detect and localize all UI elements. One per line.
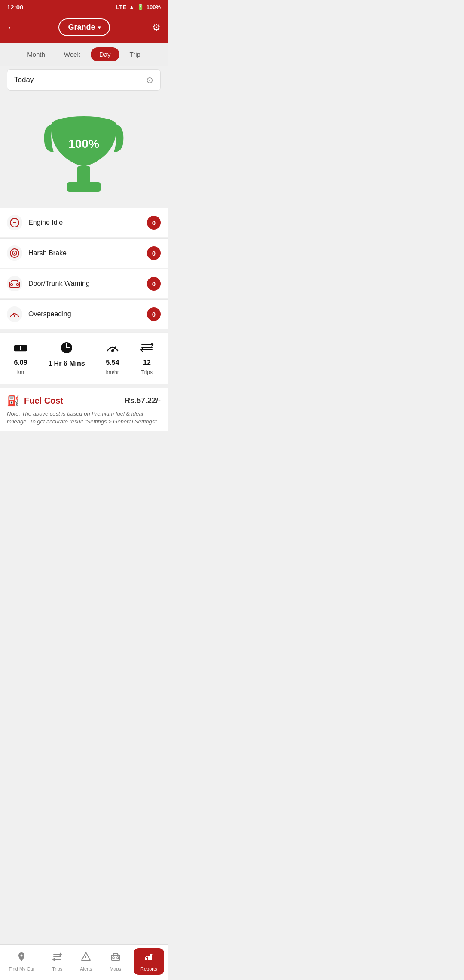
alert-overspeeding: Overspeeding 0 (0, 299, 168, 329)
trips-value: 12 (143, 359, 151, 367)
main-content: Month Week Day Trip Today ⊙ (0, 43, 168, 469)
door-trunk-badge: 0 (147, 277, 161, 291)
vehicle-selector[interactable]: Grande ▾ (58, 18, 110, 36)
svg-point-10 (17, 284, 19, 286)
alert-engine-idle: Engine Idle 0 (0, 208, 168, 237)
settings-button[interactable]: ⚙ (152, 22, 161, 33)
date-dropdown-icon: ⊙ (146, 75, 153, 85)
status-icons: LTE ▲ 🔋 100% (116, 4, 161, 10)
fuel-amount: Rs.57.22/- (125, 396, 161, 405)
fuel-title: Fuel Cost (24, 396, 63, 406)
trips-icon (140, 341, 154, 356)
svg-rect-12 (15, 346, 20, 351)
vehicle-name: Grande (68, 23, 95, 32)
back-button[interactable]: ← (7, 22, 16, 33)
duration-icon (60, 341, 73, 357)
engine-idle-icon (7, 215, 22, 230)
alerts-list: Engine Idle 0 Harsh Brake 0 (0, 208, 168, 329)
fuel-header: ⛽ Fuel Cost Rs.57.22/- (7, 395, 161, 407)
svg-point-7 (14, 253, 15, 254)
trophy-icon: 100% (41, 103, 127, 197)
trophy-container: 100% (41, 103, 127, 197)
tab-week[interactable]: Week (55, 47, 89, 61)
duration-value: 1 Hr 6 Mins (48, 360, 85, 368)
distance-value: 6.09 (14, 359, 27, 367)
fuel-cost-section: ⛽ Fuel Cost Rs.57.22/- Note: The above c… (0, 388, 168, 431)
signal-bars: ▲ (129, 4, 134, 10)
svg-point-9 (11, 284, 13, 286)
distance-unit: km (17, 369, 24, 375)
stats-row: 6.09 km 1 Hr 6 Mins (0, 332, 168, 384)
status-bar: 12:00 LTE ▲ 🔋 100% (0, 0, 168, 14)
tab-day[interactable]: Day (91, 47, 119, 61)
date-value: Today (14, 76, 34, 84)
header: ← Grande ▾ ⚙ (0, 14, 168, 43)
alert-door-trunk: Door/Trunk Warning 0 (0, 269, 168, 298)
overspeeding-icon (7, 306, 22, 322)
fuel-icon: ⛽ (7, 395, 20, 407)
battery-icon: 🔋 (137, 4, 144, 10)
tab-month[interactable]: Month (18, 47, 54, 61)
trips-unit: Trips (141, 369, 153, 375)
speed-unit: km/hr (106, 369, 119, 375)
date-selector[interactable]: Today ⊙ (7, 69, 161, 91)
harsh-brake-icon (7, 245, 22, 261)
harsh-brake-badge: 0 (147, 246, 161, 260)
score-section: 100% (0, 94, 168, 208)
svg-rect-2 (67, 182, 101, 192)
svg-text:100%: 100% (68, 137, 99, 150)
svg-rect-1 (77, 166, 90, 184)
door-trunk-label: Door/Trunk Warning (28, 280, 90, 288)
speed-value: 5.54 (106, 359, 119, 367)
tab-trip[interactable]: Trip (121, 47, 149, 61)
distance-icon (14, 341, 27, 356)
engine-idle-badge: 0 (147, 216, 161, 230)
vehicle-dropdown-icon: ▾ (98, 24, 101, 31)
stat-speed: 5.54 km/hr (106, 341, 119, 375)
battery-level: 100% (147, 4, 161, 10)
engine-idle-label: Engine Idle (28, 219, 63, 227)
stat-distance: 6.09 km (14, 341, 27, 375)
overspeeding-label: Overspeeding (28, 310, 71, 318)
fuel-note: Note: The above cost is based on Premium… (7, 410, 161, 426)
stat-duration: 1 Hr 6 Mins (48, 341, 85, 375)
speed-icon (106, 341, 119, 356)
overspeeding-badge: 0 (147, 307, 161, 321)
signal-icon: LTE (116, 4, 126, 10)
period-tabs: Month Week Day Trip (0, 43, 168, 66)
svg-rect-8 (9, 282, 20, 287)
alert-harsh-brake: Harsh Brake 0 (0, 238, 168, 268)
stat-trips: 12 Trips (140, 341, 154, 375)
svg-rect-13 (21, 346, 27, 351)
door-trunk-icon (7, 276, 22, 291)
harsh-brake-label: Harsh Brake (28, 249, 67, 257)
status-time: 12:00 (7, 3, 23, 11)
